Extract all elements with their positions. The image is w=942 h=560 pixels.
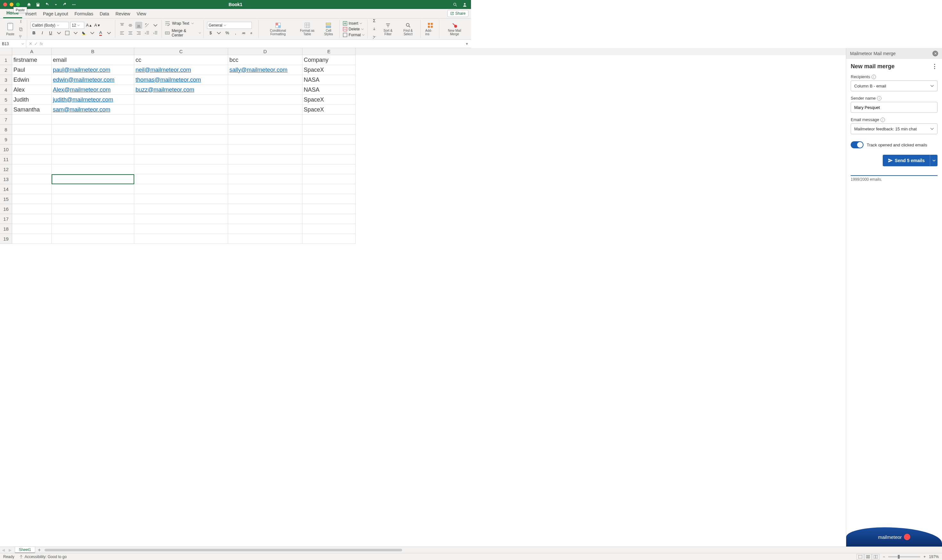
row-header[interactable]: 18 <box>0 224 12 234</box>
cell-C6[interactable] <box>134 105 228 115</box>
col-header-A[interactable]: A <box>12 48 52 55</box>
cell-E2[interactable]: SpaceX <box>302 65 356 75</box>
cell-E18[interactable] <box>302 224 356 234</box>
account-icon[interactable] <box>462 2 467 7</box>
font-color-dropdown-icon[interactable] <box>105 29 112 37</box>
cell-B5[interactable]: judith@mailmeteor.com <box>52 95 134 105</box>
sort-filter-button[interactable]: Sort & Filter <box>379 22 397 37</box>
font-size-select[interactable]: 12 <box>70 22 84 29</box>
cell-E14[interactable] <box>302 184 356 194</box>
cell-A15[interactable] <box>12 194 52 204</box>
cell-E15[interactable] <box>302 194 356 204</box>
cell-A10[interactable] <box>12 145 52 154</box>
cell-D13[interactable] <box>228 174 302 184</box>
cell-A6[interactable]: Samantha <box>12 105 52 115</box>
save-icon[interactable] <box>35 2 40 7</box>
cell-D16[interactable] <box>228 204 302 214</box>
row-header[interactable]: 15 <box>0 194 12 204</box>
tab-formulas[interactable]: Formulas <box>71 9 97 18</box>
formula-bar-expand-icon[interactable]: ▾ <box>466 42 470 46</box>
row-header[interactable]: 13 <box>0 174 12 184</box>
cell-E6[interactable]: SpaceX <box>302 105 356 115</box>
cell-D17[interactable] <box>228 214 302 224</box>
row-header[interactable]: 6 <box>0 105 12 115</box>
cell-B14[interactable] <box>52 184 134 194</box>
new-mail-merge-button[interactable]: New Mail Merge <box>442 22 466 37</box>
cell-C8[interactable] <box>134 125 228 135</box>
cell-C5[interactable] <box>134 95 228 105</box>
col-header-C[interactable]: C <box>134 48 228 55</box>
cell-A18[interactable] <box>12 224 52 234</box>
cell-styles-button[interactable]: Cell Styles <box>320 22 337 37</box>
underline-dropdown-icon[interactable] <box>55 29 63 37</box>
cell-A11[interactable] <box>12 154 52 165</box>
orientation-dropdown-icon[interactable] <box>152 22 159 29</box>
cell-A12[interactable] <box>12 165 52 174</box>
row-header[interactable]: 8 <box>0 125 12 135</box>
find-select-button[interactable]: Find & Select <box>398 22 418 37</box>
cell-C4[interactable]: buzz@mailmeteor.com <box>134 85 228 95</box>
undo-icon[interactable] <box>44 2 49 7</box>
cell-C13[interactable] <box>134 174 228 184</box>
insert-cells-button[interactable]: Insert <box>343 21 365 26</box>
cell-E11[interactable] <box>302 154 356 165</box>
font-name-select[interactable]: Calibri (Body) <box>31 22 69 29</box>
cell-A1[interactable]: firstname <box>12 55 52 65</box>
cell-A17[interactable] <box>12 214 52 224</box>
accept-formula-icon[interactable]: ✓ <box>34 42 38 46</box>
merge-center-button[interactable]: Merge & Center <box>165 29 201 37</box>
cell-C9[interactable] <box>134 135 228 145</box>
italic-button[interactable]: I <box>39 29 46 37</box>
cell-B18[interactable] <box>52 224 134 234</box>
cell-C3[interactable]: thomas@mailmeteor.com <box>134 75 228 85</box>
cell-C7[interactable] <box>134 115 228 125</box>
underline-button[interactable]: U <box>47 29 54 37</box>
cell-E9[interactable] <box>302 135 356 145</box>
cell-B3[interactable]: edwin@mailmeteor.com <box>52 75 134 85</box>
cell-D8[interactable] <box>228 125 302 135</box>
decrease-font-icon[interactable]: A▼ <box>94 22 101 29</box>
cell-C17[interactable] <box>134 214 228 224</box>
cell-D15[interactable] <box>228 194 302 204</box>
fill-color-button[interactable] <box>80 29 88 37</box>
fill-icon[interactable] <box>371 26 378 33</box>
align-right-icon[interactable] <box>135 29 142 37</box>
select-all-corner[interactable] <box>0 48 12 55</box>
share-button[interactable]: Share <box>447 10 468 17</box>
cell-D14[interactable] <box>228 184 302 194</box>
cell-C14[interactable] <box>134 184 228 194</box>
cell-E12[interactable] <box>302 165 356 174</box>
cell-E1[interactable]: Company <box>302 55 356 65</box>
cell-A7[interactable] <box>12 115 52 125</box>
cell-A5[interactable]: Judith <box>12 95 52 105</box>
cell-D6[interactable] <box>228 105 302 115</box>
cell-E19[interactable] <box>302 234 356 244</box>
row-header[interactable]: 19 <box>0 234 12 244</box>
name-box[interactable]: B13 <box>0 40 26 48</box>
cell-A4[interactable]: Alex <box>12 85 52 95</box>
cell-B12[interactable] <box>52 165 134 174</box>
col-header-E[interactable]: E <box>302 48 356 55</box>
row-header[interactable]: 5 <box>0 95 12 105</box>
percent-icon[interactable]: % <box>224 29 231 37</box>
wrap-text-button[interactable]: Wrap Text <box>165 21 201 26</box>
row-header[interactable]: 11 <box>0 154 12 165</box>
clear-icon[interactable] <box>371 34 378 41</box>
cell-C15[interactable] <box>134 194 228 204</box>
increase-font-icon[interactable]: A▲ <box>86 22 92 29</box>
paste-button[interactable]: Paste <box>5 22 16 37</box>
cell-C12[interactable] <box>134 165 228 174</box>
format-painter-icon[interactable] <box>17 33 25 40</box>
redo-icon[interactable] <box>62 2 67 7</box>
row-header[interactable]: 16 <box>0 204 12 214</box>
fx-icon[interactable]: fx <box>40 42 43 46</box>
cell-A3[interactable]: Edwin <box>12 75 52 85</box>
row-header[interactable]: 12 <box>0 165 12 174</box>
col-header-D[interactable]: D <box>228 48 302 55</box>
cell-D4[interactable] <box>228 85 302 95</box>
minimize-window-button[interactable] <box>9 3 14 6</box>
format-as-table-button[interactable]: Format as Table <box>296 22 319 37</box>
number-format-select[interactable]: General <box>207 22 252 29</box>
fill-color-dropdown-icon[interactable] <box>89 29 96 37</box>
cell-A2[interactable]: Paul <box>12 65 52 75</box>
